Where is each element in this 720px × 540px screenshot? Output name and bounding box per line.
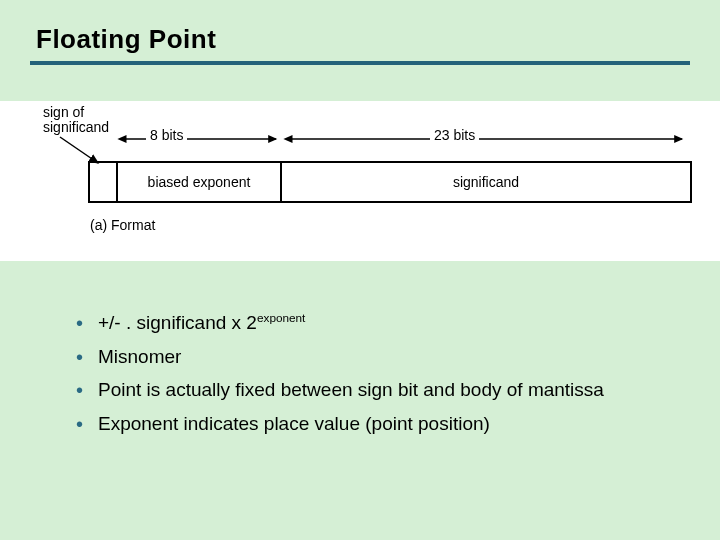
- format-strip: biased exponent significand: [88, 161, 692, 203]
- bullet-formula-exponent: exponent: [257, 311, 305, 324]
- title-underline: [30, 61, 690, 65]
- sign-bit-cell: [90, 163, 118, 201]
- bit-width-indicators: [116, 127, 686, 155]
- bullet-formula-text: +/- . significand x 2: [98, 312, 257, 333]
- exponent-cell: biased exponent: [118, 163, 282, 201]
- figure-inner: sign of significand: [8, 107, 712, 247]
- slide: Floating Point sign of significand: [0, 0, 720, 540]
- bit-width-arrows-icon: [116, 127, 686, 155]
- svg-line-0: [60, 137, 98, 163]
- bullet-exponent-place: Exponent indicates place value (point po…: [76, 410, 660, 438]
- significand-cell: significand: [282, 163, 690, 201]
- format-figure: sign of significand: [0, 101, 720, 261]
- sign-label-line1: sign of: [43, 104, 84, 120]
- page-title: Floating Point: [36, 24, 690, 55]
- sign-of-significand-label: sign of significand: [43, 105, 109, 136]
- bullet-fixed-point: Point is actually fixed between sign bit…: [76, 376, 660, 404]
- sign-label-line2: significand: [43, 119, 109, 135]
- bullet-misnomer: Misnomer: [76, 343, 660, 371]
- figure-caption: (a) Format: [90, 217, 155, 233]
- bullet-list: +/- . significand x 2exponent Misnomer P…: [76, 309, 690, 438]
- bullet-formula: +/- . significand x 2exponent: [76, 309, 660, 337]
- significand-width-label: 23 bits: [430, 127, 479, 143]
- exponent-width-label: 8 bits: [146, 127, 187, 143]
